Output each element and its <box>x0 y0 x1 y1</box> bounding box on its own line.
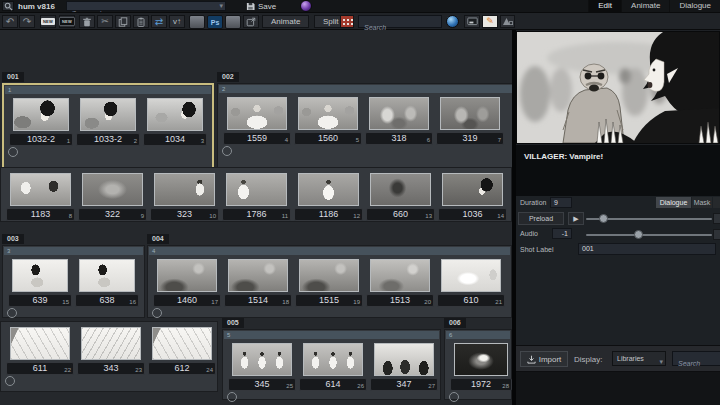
version-up-button[interactable]: v↑ <box>169 15 185 28</box>
panel-347[interactable]: 34727 <box>370 343 438 391</box>
panel-indicator-circle[interactable] <box>5 376 15 386</box>
audio-end-button[interactable] <box>713 229 720 240</box>
cut-button[interactable]: ✂ <box>97 15 113 28</box>
sequence-label[interactable]: 006 <box>444 318 466 328</box>
calendar-icon[interactable] <box>340 15 354 28</box>
library-search-input[interactable] <box>673 357 720 370</box>
panel-639[interactable]: 63915 <box>8 259 72 307</box>
sequence-label[interactable]: 004 <box>147 234 169 244</box>
tab-animate[interactable]: Animate <box>621 0 669 12</box>
sketch-app-icon[interactable] <box>189 15 205 29</box>
animate-button[interactable]: Animate <box>262 15 309 28</box>
panel-660[interactable]: 66013 <box>366 173 435 221</box>
panel-caption: 15605 <box>294 132 362 145</box>
panel-indicator-circle[interactable] <box>7 308 17 318</box>
preload-end-button[interactable] <box>713 213 720 224</box>
panel-thumbnail <box>157 259 217 292</box>
export-button[interactable] <box>243 15 259 28</box>
shot-label-input[interactable]: 001 <box>578 243 716 255</box>
new-panel-button[interactable]: NEW <box>40 15 56 28</box>
panel-indicator-circle[interactable] <box>152 308 162 318</box>
panel-1036[interactable]: 103614 <box>438 173 507 221</box>
paste-button[interactable] <box>133 15 149 28</box>
panel-1186[interactable]: 118612 <box>294 173 363 221</box>
sequence-continuation: 611223432361224 <box>0 321 218 392</box>
library-search-field[interactable] <box>672 351 720 366</box>
panel-1514[interactable]: 151418 <box>224 259 292 307</box>
scissors-icon: ✂ <box>101 17 109 26</box>
paint-app-icon[interactable] <box>225 15 241 29</box>
clock-icon[interactable] <box>446 15 459 28</box>
display-dropdown[interactable]: Libraries ▾ <box>612 351 666 366</box>
panel-caption: 10343 <box>143 133 207 146</box>
tab-dialogue[interactable]: Dialogue <box>669 0 720 12</box>
undo-button[interactable]: ↶ <box>2 15 18 28</box>
panel-indicator-circle[interactable] <box>227 392 237 402</box>
chevron-down-icon[interactable]: ▾ <box>219 2 223 10</box>
project-search-icon[interactable] <box>2 1 14 11</box>
swap-icon: ⇄ <box>155 17 163 27</box>
sequence-label[interactable]: 002 <box>217 72 239 82</box>
panel-318[interactable]: 3186 <box>365 97 433 145</box>
tab-panel-drawings[interactable]: D <box>713 197 720 208</box>
panel-1515[interactable]: 151519 <box>295 259 363 307</box>
audio-slider-track[interactable] <box>586 234 712 236</box>
tab-panel-mask[interactable]: Mask <box>692 197 712 208</box>
panel-1183[interactable]: 11838 <box>6 173 75 221</box>
transition-button[interactable] <box>500 15 515 28</box>
redo-button[interactable]: ↷ <box>19 15 35 28</box>
panel-caption: 34525 <box>228 378 296 391</box>
panel-610[interactable]: 61021 <box>437 259 505 307</box>
audio-value[interactable]: -1 <box>552 228 572 239</box>
play-button[interactable]: ▶ <box>568 212 584 225</box>
import-button[interactable]: Import <box>520 351 568 367</box>
panel-1560[interactable]: 15605 <box>294 97 362 145</box>
panel-1972[interactable]: 197228 <box>450 343 512 391</box>
panel-1460[interactable]: 146017 <box>153 259 221 307</box>
dialogue-text[interactable]: VILLAGER: Vampire! <box>516 145 720 196</box>
globe-icon[interactable] <box>300 0 312 12</box>
panel-thumbnail <box>370 173 431 206</box>
panel-indicator-circle[interactable] <box>449 392 459 402</box>
sequence-005: 0055345256142634727 <box>222 311 441 400</box>
new-version-button[interactable]: NEW <box>59 15 75 28</box>
panel-indicator-circle[interactable] <box>222 146 232 156</box>
panel-612[interactable]: 61224 <box>148 327 216 375</box>
panel-638[interactable]: 63816 <box>75 259 139 307</box>
panel-611[interactable]: 61122 <box>6 327 74 375</box>
tab-edit[interactable]: Edit <box>588 0 621 12</box>
save-button[interactable]: Save <box>246 0 276 12</box>
preload-slider-handle[interactable] <box>599 214 608 223</box>
audio-slider-handle[interactable] <box>634 230 643 239</box>
delete-button[interactable] <box>79 15 95 28</box>
comment-field[interactable]: ▾ <box>66 1 226 11</box>
panel-1559[interactable]: 15594 <box>223 97 291 145</box>
sequence-001: 00111032-211033-2210343 <box>2 65 214 172</box>
panel-1033-2[interactable]: 1033-22 <box>76 98 140 146</box>
swap-button[interactable]: ⇄ <box>151 15 167 28</box>
panel-345[interactable]: 34525 <box>228 343 296 391</box>
panel-614[interactable]: 61426 <box>299 343 367 391</box>
monitor-button[interactable] <box>464 15 480 28</box>
panel-319[interactable]: 3197 <box>436 97 504 145</box>
panel-323[interactable]: 32310 <box>150 173 219 221</box>
sequence-header: 4 <box>149 247 510 255</box>
panel-343[interactable]: 34323 <box>77 327 145 375</box>
sequence-label[interactable]: 003 <box>2 234 24 244</box>
panel-1032-2[interactable]: 1032-21 <box>9 98 73 146</box>
panel-322[interactable]: 3229 <box>78 173 147 221</box>
copy-button[interactable] <box>115 15 131 28</box>
tab-panel-dialogue[interactable]: Dialogue <box>656 197 691 208</box>
panel-1786[interactable]: 178611 <box>222 173 291 221</box>
panel-1513[interactable]: 151320 <box>366 259 434 307</box>
duration-input[interactable]: 9 <box>550 197 572 208</box>
preload-button[interactable]: Preload <box>518 212 564 225</box>
draw-button[interactable]: ✎ <box>482 15 498 28</box>
duration-label: Duration <box>520 199 546 206</box>
sequence-label[interactable]: 005 <box>222 318 244 328</box>
board-search-field[interactable] <box>358 15 442 28</box>
panel-1034[interactable]: 10343 <box>143 98 207 146</box>
photoshop-icon[interactable]: Ps <box>207 15 223 29</box>
panel-indicator-circle[interactable] <box>8 147 18 157</box>
sequence-label[interactable]: 001 <box>2 72 24 82</box>
